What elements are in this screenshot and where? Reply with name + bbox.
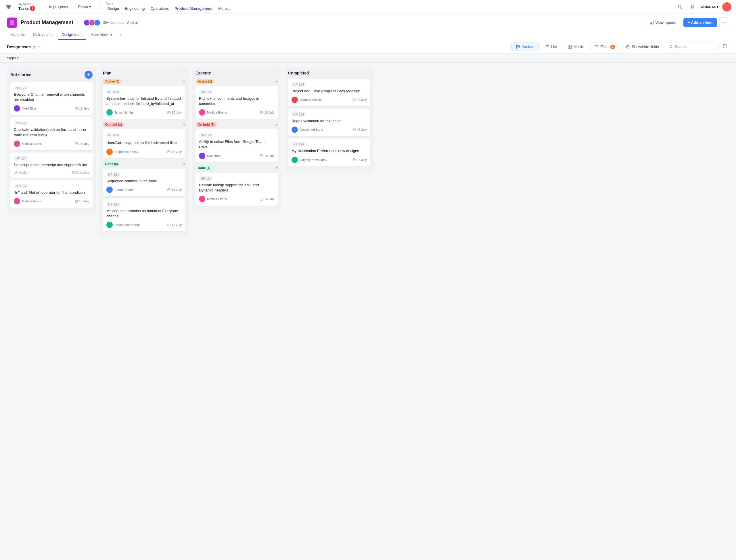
nav-inprogress[interactable]: In progress	[47, 3, 70, 10]
card-date: 15 July	[260, 197, 274, 201]
svg-rect-7	[10, 23, 13, 23]
notifications-button[interactable]	[688, 2, 697, 11]
search-box[interactable]	[666, 43, 719, 51]
card-title: Remote lookup support for XML and Dynami…	[199, 183, 274, 193]
assignee-avatar	[199, 196, 205, 202]
svg-rect-33	[168, 189, 170, 191]
card-id: NP-124	[199, 133, 213, 137]
member-count: 30+ members	[103, 21, 124, 25]
nav-more[interactable]: More...	[216, 5, 232, 12]
assign-placeholder[interactable]: Assign	[14, 170, 28, 174]
card-not-started-1: NP-124 Everyone Channel removal when cha…	[10, 82, 93, 115]
card-footer: Matilda Evans 15 July	[199, 109, 274, 116]
teams-label: Teams	[105, 2, 232, 5]
tasks-badge[interactable]: Tasks 5	[18, 6, 35, 11]
plan-done-header: Done (5) ▾	[103, 161, 185, 166]
plan-done-chevron[interactable]: ▾	[183, 162, 185, 166]
execute-onhold-chevron[interactable]: ▾	[276, 122, 278, 127]
card-plan-done-2: NP-124 Making superadmins as admin of Ev…	[103, 199, 185, 231]
card-title: Ability to select Files from Google Team…	[199, 139, 274, 149]
project-title: Product Management	[21, 20, 73, 26]
plan-onhold-badge: On hold (1)	[103, 122, 124, 127]
nav-design[interactable]: Design	[105, 5, 121, 12]
plan-more-btn[interactable]: ⋯	[181, 71, 185, 75]
list-label: List	[551, 45, 557, 49]
view-all-link[interactable]: View all	[127, 21, 138, 25]
svg-point-28	[15, 171, 17, 173]
tab-add-button[interactable]: +	[117, 30, 124, 39]
view-more-dots[interactable]: ⋯	[38, 45, 42, 49]
card-title: My Notification Preferences new designs	[292, 148, 367, 154]
tab-my-tasks[interactable]: My tasks	[7, 30, 28, 40]
expand-button[interactable]	[721, 42, 729, 51]
card-footer: Pedro Amorim 15 July	[106, 187, 182, 193]
card-date: 15 July	[167, 150, 182, 154]
kanban-view-btn[interactable]: Kanban	[511, 43, 539, 51]
user-avatar[interactable]	[722, 2, 731, 11]
search-input[interactable]	[675, 45, 715, 49]
card-title: Sequence Number in the table	[106, 179, 182, 184]
svg-rect-16	[546, 45, 549, 46]
card-title: Subscript and superscript and support Bu…	[14, 162, 89, 168]
execute-done-header: Done (1) ▾	[195, 165, 278, 170]
search-button[interactable]	[675, 2, 685, 11]
card-assignee: Matilda Evans	[199, 109, 227, 116]
assignee-name: Tsutsui Ichiha	[114, 111, 134, 114]
card-footer: Akumjeli Akuchi 15 July	[292, 97, 367, 103]
card-id: NP-124	[14, 86, 28, 90]
svg-point-1	[6, 5, 9, 7]
steps-label[interactable]: Steps ▾	[7, 56, 19, 60]
view-reports-button[interactable]: View reports	[645, 18, 681, 27]
header-actions: View reports + Add an item ⋯	[645, 17, 729, 28]
app-logo[interactable]	[5, 3, 13, 11]
add-item-button[interactable]: + Add an item	[683, 18, 717, 27]
nav-engineering[interactable]: Engineering	[122, 5, 147, 12]
svg-rect-40	[353, 159, 355, 161]
nav-operations[interactable]: Operations	[148, 5, 171, 12]
tab-main-project[interactable]: Main project	[30, 30, 57, 40]
steps-chevron[interactable]: ▾	[17, 56, 19, 60]
assignee-avatar	[14, 141, 20, 147]
add-card-not-started[interactable]: +	[85, 71, 93, 79]
card-not-started-3: NP-124 Subscript and superscript and sup…	[10, 153, 93, 178]
list-view-btn[interactable]: List	[541, 43, 561, 51]
card-assignee: Matilda Evans	[14, 141, 42, 147]
filter-button[interactable]: Filter 2	[590, 43, 619, 51]
teams-group: Teams Design Engineering Operations Prod…	[105, 2, 232, 12]
plan-active-chevron[interactable]: ▾	[183, 79, 185, 84]
project-header-top: Product Management | 30+ members View al…	[7, 17, 729, 28]
assignee-avatar	[292, 157, 298, 163]
card-completed-3: NP-124 My Notification Preferences new d…	[288, 139, 370, 166]
nav-product-mgmt[interactable]: Product Management	[172, 5, 215, 12]
card-more-btn[interactable]: ⋯	[177, 134, 182, 138]
assignee-name: Matilda Evans	[207, 111, 227, 114]
matrix-view-btn[interactable]: Matrix	[563, 43, 588, 51]
plan-active-header: Active (1) ▾	[103, 79, 185, 84]
add-item-label: + Add an item	[688, 20, 712, 25]
member-avatar-3	[94, 19, 101, 26]
execute-more-btn[interactable]: ⋯	[273, 71, 278, 75]
filter-count: 2	[610, 45, 615, 49]
assignee-avatar	[14, 105, 20, 112]
card-assignee: Grigoriy Kozhukhov	[292, 157, 327, 163]
plan-onhold-chevron[interactable]: ▾	[183, 122, 185, 127]
kanban-board: Not started + NP-124 Everyone Channel re…	[0, 63, 736, 560]
tab-design-team[interactable]: Design team	[58, 30, 86, 40]
assignee-avatar	[106, 222, 113, 228]
card-date: 15 July	[352, 128, 367, 131]
card-title: Making superadmins as admin of Everyone …	[106, 208, 182, 219]
svg-rect-38	[353, 99, 355, 101]
more-options-button[interactable]: ⋯	[719, 17, 729, 28]
show-hide-button[interactable]: Show/hide fields	[622, 43, 663, 51]
card-date: 15 July	[260, 154, 274, 158]
nav-flows[interactable]: Flows ▾	[76, 3, 93, 10]
tab-more-views[interactable]: More views ▾	[87, 30, 116, 40]
execute-active-chevron[interactable]: ▾	[276, 79, 278, 84]
due-date-placeholder[interactable]: Due date	[72, 171, 89, 174]
svg-rect-14	[517, 45, 519, 47]
members-info: 30+ members View all	[83, 19, 138, 26]
assignee-name: Grigoriy Kozhukhov	[300, 158, 327, 162]
svg-rect-20	[570, 45, 572, 47]
execute-done-chevron[interactable]: ▾	[276, 166, 278, 170]
svg-rect-29	[72, 171, 75, 174]
